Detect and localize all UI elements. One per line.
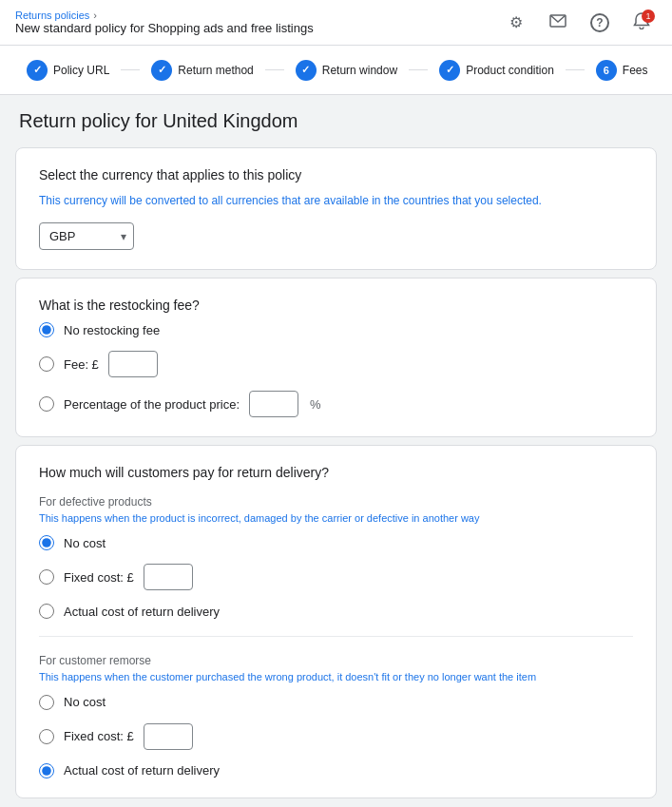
step-4-circle: ✓ [439,60,460,81]
page-title-area: Return policy for United Kingdom [0,95,672,140]
remorse-section: For customer remorse This happens when t… [39,654,633,778]
step-divider-4 [566,69,585,70]
restocking-card: What is the restocking fee? No restockin… [15,278,657,437]
remorse-label-fixed[interactable]: Fixed cost: £ [64,729,134,743]
page-subtitle: New standard policy for Shopping ads and… [15,21,314,35]
restocking-title: What is the restocking fee? [39,298,633,313]
notification-badge: 1 [642,10,655,23]
remorse-radio-fixed[interactable] [39,729,54,744]
currency-card: Select the currency that applies to this… [15,147,657,270]
currency-select-wrapper[interactable]: GBP USD EUR [39,222,134,250]
check-icon-1: ✓ [33,64,42,76]
currency-info-text: This currency will be converted to all c… [39,192,633,209]
help-button[interactable]: ? [585,8,615,38]
defective-radio-actual[interactable] [39,604,54,619]
step-3-circle: ✓ [296,60,317,81]
step-2-circle: ✓ [151,60,172,81]
step-policy-url[interactable]: ✓ Policy URL [15,46,121,94]
mail-icon [549,14,566,31]
defective-radio-fixed[interactable] [39,569,54,585]
defective-desc: This happens when the product is incorre… [39,511,633,526]
remorse-title: For customer remorse [39,654,633,667]
top-bar: Returns policies › New standard policy f… [0,0,672,46]
restocking-radio-percentage[interactable] [39,396,54,412]
gear-button[interactable]: ⚙ [501,8,531,38]
remorse-option-no-cost: No cost [39,695,633,710]
remorse-desc: This happens when the customer purchased… [39,670,633,684]
gear-icon: ⚙ [509,13,523,31]
defective-label-fixed[interactable]: Fixed cost: £ [64,570,134,585]
check-icon-3: ✓ [301,64,310,76]
breadcrumb: Returns policies › [15,10,314,21]
defective-radio-group: No cost Fixed cost: £ Actual cost of ret… [39,535,633,619]
restocking-fee-input[interactable] [108,351,158,377]
defective-option-fixed: Fixed cost: £ [39,564,633,590]
restocking-option-fee: Fee: £ [39,351,633,377]
currency-description: This currency will be converted to all c… [39,194,542,207]
defective-label-actual[interactable]: Actual cost of return delivery [64,605,220,619]
defective-label-no-cost[interactable]: No cost [64,536,106,550]
help-icon: ? [590,13,609,32]
breadcrumb-separator: › [93,10,97,21]
restocking-option-percentage: Percentage of the product price: % [39,391,633,417]
top-bar-left: Returns policies › New standard policy f… [15,10,314,35]
step-2-label: Return method [178,64,253,77]
defective-option-actual: Actual cost of return delivery [39,604,633,619]
restocking-percentage-input[interactable] [249,391,298,417]
step-5-number: 6 [604,65,609,76]
restocking-label-fee[interactable]: Fee: £ [64,357,99,372]
defective-option-no-cost: No cost [39,535,633,550]
return-delivery-title: How much will customers pay for return d… [39,465,633,480]
stepper: ✓ Policy URL ✓ Return method ✓ Return wi… [0,46,672,95]
step-divider-3 [409,69,428,70]
mail-button[interactable] [543,8,573,38]
restocking-radio-group: No restocking fee Fee: £ Percentage of t… [39,322,633,417]
step-3-label: Return window [322,64,397,77]
remorse-option-actual: Actual cost of return delivery [39,763,633,778]
step-1-circle: ✓ [27,60,48,81]
defective-fixed-input[interactable] [144,564,193,590]
remorse-option-fixed: Fixed cost: £ [39,723,633,750]
step-5-label: Fees [623,64,648,77]
restocking-radio-fee[interactable] [39,356,54,372]
remorse-label-actual[interactable]: Actual cost of return delivery [64,763,220,778]
remorse-radio-group: No cost Fixed cost: £ Actual cost of ret… [39,695,633,778]
defective-radio-no-cost[interactable] [39,535,54,550]
step-divider-2 [265,69,284,70]
step-1-label: Policy URL [53,64,109,77]
step-divider-1 [121,69,140,70]
step-5-circle: 6 [596,60,617,81]
defective-title: For defective products [39,495,633,509]
return-delivery-card: How much will customers pay for return d… [15,445,657,798]
remorse-fixed-input[interactable] [144,723,193,750]
step-return-window[interactable]: ✓ Return window [284,46,409,94]
step-product-condition[interactable]: ✓ Product condition [428,46,566,94]
remorse-radio-actual[interactable] [39,763,54,778]
step-return-method[interactable]: ✓ Return method [140,46,264,94]
currency-card-title: Select the currency that applies to this… [39,167,633,183]
page-title: Return policy for United Kingdom [19,110,653,132]
breadcrumb-link[interactable]: Returns policies [15,10,89,21]
percent-symbol: % [310,397,321,412]
check-icon-2: ✓ [158,64,166,76]
remorse-radio-no-cost[interactable] [39,695,54,710]
currency-select[interactable]: GBP USD EUR [39,222,134,250]
restocking-label-percentage[interactable]: Percentage of the product price: [64,397,240,412]
delivery-section-divider [39,636,633,637]
step-4-label: Product condition [466,64,554,77]
restocking-label-none[interactable]: No restocking fee [64,323,160,337]
top-bar-icons: ⚙ ? 1 [501,8,657,38]
remorse-label-no-cost[interactable]: No cost [64,695,106,709]
restocking-radio-none[interactable] [39,322,54,337]
check-icon-4: ✓ [446,64,454,76]
restocking-option-none: No restocking fee [39,322,633,337]
notification-button[interactable]: 1 [626,8,657,38]
defective-section: For defective products This happens when… [39,495,633,619]
step-fees[interactable]: 6 Fees [585,46,660,94]
